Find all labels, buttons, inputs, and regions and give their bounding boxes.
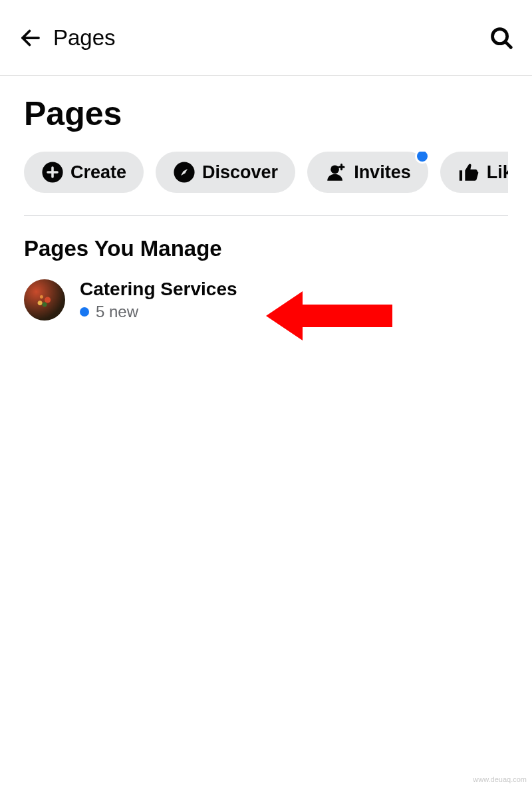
notification-badge-icon <box>415 152 430 164</box>
chip-label: Liked <box>487 162 508 183</box>
section-heading: Pages You Manage <box>24 236 508 261</box>
person-plus-icon <box>325 161 347 184</box>
chip-liked[interactable]: Liked <box>440 152 508 193</box>
status-dot-icon <box>80 307 89 317</box>
svg-point-6 <box>331 165 339 174</box>
chip-invites[interactable]: Invites <box>307 152 428 193</box>
header: Pages <box>0 0 532 76</box>
chips-row: Create Discover Invites Liked <box>24 152 508 197</box>
page-item-title: Catering Services <box>80 279 237 300</box>
page-item-catering-services[interactable]: Catering Services 5 new <box>24 279 508 321</box>
chip-create[interactable]: Create <box>24 152 144 193</box>
plus-circle-icon <box>41 161 64 184</box>
arrow-left-icon <box>19 26 43 50</box>
status-text: 5 new <box>96 303 138 321</box>
thumb-up-icon <box>458 161 480 184</box>
chip-discover[interactable]: Discover <box>156 152 295 193</box>
page-item-text: Catering Services 5 new <box>80 279 237 321</box>
chip-label: Discover <box>202 162 278 183</box>
svg-line-2 <box>505 42 511 47</box>
header-title: Pages <box>53 25 487 51</box>
search-button[interactable] <box>487 23 516 53</box>
back-button[interactable] <box>16 23 45 53</box>
search-icon <box>489 25 514 51</box>
main-content: Pages Create Discover Invites Like <box>0 76 532 321</box>
chip-label: Invites <box>354 162 411 183</box>
avatar <box>24 279 65 321</box>
page-heading: Pages <box>24 94 508 133</box>
chip-label: Create <box>70 162 126 183</box>
compass-icon <box>173 161 196 184</box>
divider <box>24 215 508 216</box>
watermark: www.deuaq.com <box>473 775 527 783</box>
status-row: 5 new <box>80 303 237 321</box>
